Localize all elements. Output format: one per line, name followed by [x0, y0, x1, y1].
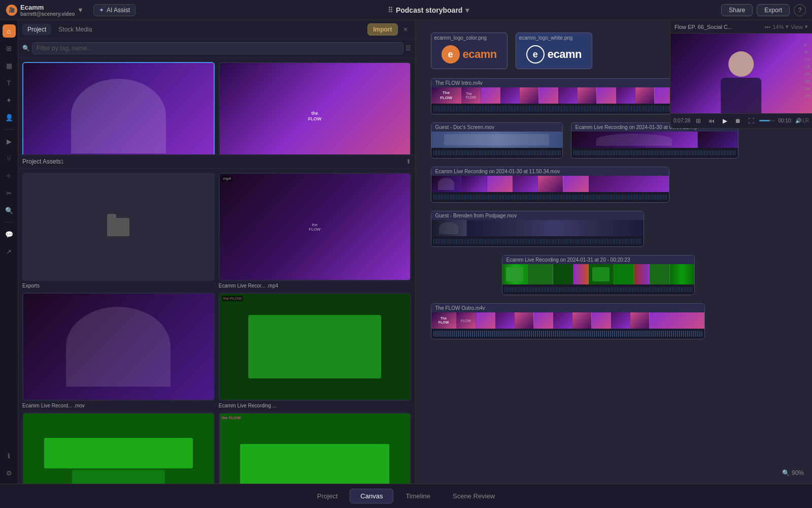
flow-outro-clip[interactable]: The FLOW Outro.m4v TheFLOW FLOW: [431, 303, 797, 339]
bottom-tabs: Project Canvas Timeline Scene Review: [0, 484, 812, 508]
export-button[interactable]: Export: [757, 4, 790, 16]
logo-white-label: ecamm_logo_white.png: [519, 35, 573, 41]
zoom-chevron-icon[interactable]: ▾: [786, 23, 789, 30]
cut-icon[interactable]: ✂: [3, 186, 16, 200]
ecamm-recording-3-label: Ecamm Live Recording on 2024-01-31 at 20…: [506, 257, 630, 263]
search-magnify-icon: 🔍: [22, 45, 30, 52]
list-item[interactable]: theFLOW Scene 1: [219, 62, 411, 154]
preview-stop-icon[interactable]: ⏹: [733, 116, 743, 126]
brenden-clip[interactable]: Guest - Brenden from Podpage.mov: [431, 211, 797, 247]
upload-icon[interactable]: ⬆: [406, 158, 411, 165]
text-icon[interactable]: T: [3, 76, 16, 89]
preview-crop-icon[interactable]: ⛶: [746, 116, 756, 126]
separator: [4, 129, 14, 130]
list-item[interactable]: the FLOW Ecamm Live Record... .mov: [219, 412, 411, 484]
close-icon[interactable]: ✕: [400, 24, 411, 35]
settings-icon[interactable]: ⚙: [3, 466, 16, 480]
media-label: Exports: [22, 283, 215, 289]
grid-layout-icon[interactable]: ▦: [3, 59, 16, 72]
play-icon[interactable]: ▶: [3, 135, 16, 148]
flow-intro-label: The FLOW Intro.m4v: [435, 80, 483, 86]
preview-more-icon[interactable]: •••: [765, 24, 771, 30]
list-view-icon[interactable]: ☰: [405, 45, 411, 52]
shapes-icon[interactable]: ✦: [3, 93, 16, 107]
view-chevron-icon[interactable]: ▾: [805, 23, 808, 30]
layers-icon[interactable]: ⊞: [3, 42, 16, 55]
preview-volume[interactable]: 🔊 LR: [795, 118, 809, 123]
ai-assist-button[interactable]: ✦ AI Assist: [93, 4, 136, 16]
list-item[interactable]: the FLOW Ecamm Live Recording ...: [219, 293, 411, 408]
share-icon[interactable]: ↗: [3, 245, 16, 258]
logo-icon: 🎥: [6, 5, 17, 16]
brand-name: Ecamm: [20, 4, 75, 11]
media-label: Ecamm Live Recording ...: [219, 403, 411, 408]
sidebar-icon-bar: ⌂ ⊞ ▦ T ✦ 👤 ▶ ⑂ ✧ ✂ 🔍 💬 ↗ ℹ ⚙: [0, 20, 18, 484]
preview-grid-icon[interactable]: ⊞: [693, 116, 703, 126]
assets-section: Project Assets 1 ⬆: [18, 154, 415, 169]
tab-canvas[interactable]: Canvas: [350, 489, 393, 503]
tab-project[interactable]: Project: [307, 489, 348, 503]
sparkle-icon[interactable]: ✧: [3, 169, 16, 182]
import-button[interactable]: Import: [367, 23, 397, 36]
media-thumb: the FLOW: [219, 412, 411, 484]
chat-icon[interactable]: 💬: [3, 228, 16, 241]
search-icon[interactable]: 🔍: [3, 204, 16, 217]
topbar-right: Share Export ?: [721, 4, 806, 16]
topbar-title[interactable]: ⠿ Podcast storyboard ▾: [388, 6, 469, 14]
help-button[interactable]: ?: [794, 4, 806, 16]
ecamm-color-logo: e ecamn: [442, 45, 497, 64]
preview-video: 0-6-12-18-24-30-36-42: [670, 34, 812, 113]
media-label: Ecamm Live Recor... .mp4: [219, 283, 411, 289]
preview-view-label: View: [791, 24, 803, 30]
media-label: Ecamm Live Record... .mov: [22, 403, 215, 408]
topbar: 🎥 Ecamm barrett@scenery.video ▾ ✦ AI Ass…: [0, 0, 812, 20]
home-icon[interactable]: ⌂: [3, 24, 16, 38]
canvas-area: ecamm_logo_color.png e ecamn ecamm_logo_…: [416, 20, 813, 484]
ecamm-recording-3-clip[interactable]: Ecamm Live Recording on 2024-01-31 at 20…: [502, 255, 797, 295]
tab-timeline[interactable]: Timeline: [395, 489, 441, 503]
sidebar-tabs: Project Stock Media Import ✕: [18, 20, 415, 39]
list-item[interactable]: Flow EP. 66_Social Cut 1: [22, 62, 215, 154]
people-icon[interactable]: 👤: [3, 111, 16, 124]
media-thumb: [22, 412, 215, 484]
preview-prev-icon[interactable]: ⏮: [706, 116, 717, 126]
tab-stock-media[interactable]: Stock Media: [53, 24, 97, 35]
star-icon: ✦: [99, 7, 104, 14]
media-thumb: the FLOW: [219, 293, 411, 401]
sidebar-panel: Project Stock Media Import ✕ 🔍 ☰ Flow EP…: [18, 20, 416, 484]
assets-title: Project Assets: [22, 158, 61, 165]
flow-outro-label: The FLOW Outro.m4v: [435, 305, 485, 311]
ecamm-recording-2-clip[interactable]: Ecamm Live Recording on 2024-01-30 at 11…: [431, 167, 797, 203]
brand-logo[interactable]: 🎥 Ecamm barrett@scenery.video ▾: [6, 4, 87, 17]
media-thumb: [22, 173, 215, 281]
preview-progress[interactable]: [759, 120, 775, 121]
info-icon[interactable]: ℹ: [3, 449, 16, 462]
docs-screen-label: Guest - Doc's Screen.mov: [435, 124, 494, 130]
branch-icon[interactable]: ⑂: [3, 152, 16, 165]
list-item[interactable]: mp4 theFLOW Ecamm Live Recor... .mp4: [219, 173, 411, 289]
list-item[interactable]: Ecamm Live Record... .mov: [22, 293, 215, 408]
tab-project[interactable]: Project: [22, 24, 51, 35]
list-item[interactable]: Ecamm Live Record... .mov: [22, 412, 215, 484]
search-input[interactable]: [32, 42, 403, 54]
tab-scene-review[interactable]: Scene Review: [443, 489, 505, 503]
preview-play-icon[interactable]: ▶: [720, 116, 730, 126]
preview-progress-fill: [759, 120, 769, 121]
grid-icon: ⠿: [388, 6, 393, 14]
list-item[interactable]: Exports: [22, 173, 215, 289]
logo-color-label: ecamm_logo_color.png: [434, 35, 487, 41]
separator2: [4, 222, 14, 223]
main-layout: ⌂ ⊞ ▦ T ✦ 👤 ▶ ⑂ ✧ ✂ 🔍 💬 ↗ ℹ ⚙ Project St…: [0, 20, 812, 484]
ecamm-recording-2-label: Ecamm Live Recording on 2024-01-30 at 11…: [435, 169, 560, 174]
preview-title: Flow EP. 66_Social C...: [674, 24, 763, 30]
logo-white-block[interactable]: ecamm_logo_white.png e ecamn: [516, 33, 592, 69]
media-thumb: [22, 293, 215, 401]
ai-assist-label: AI Assist: [107, 7, 130, 14]
logo-color-block[interactable]: ecamm_logo_color.png e ecamn: [431, 33, 507, 69]
share-button[interactable]: Share: [721, 4, 753, 16]
media-thumb: [22, 62, 215, 154]
media-thumb: mp4 theFLOW: [219, 173, 411, 281]
search-bar: 🔍 ☰: [18, 39, 415, 58]
docs-screen-clip[interactable]: Guest - Doc's Screen.mov: [431, 122, 563, 158]
zoom-value: 90%: [792, 469, 804, 477]
